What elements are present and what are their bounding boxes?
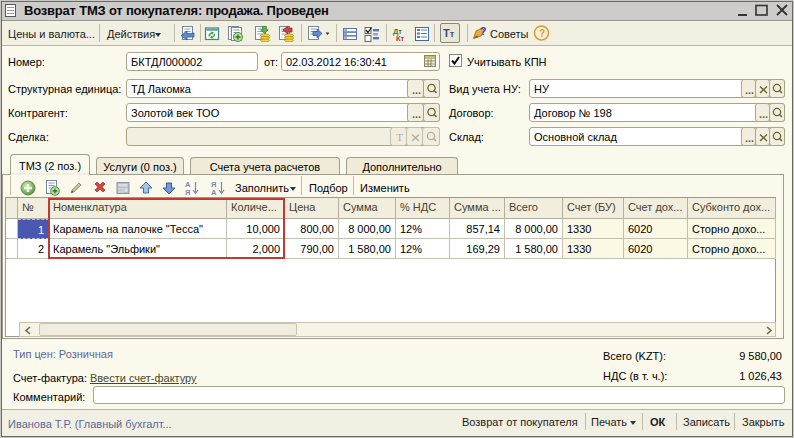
svg-text:А: А xyxy=(211,188,217,197)
svg-text:?: ? xyxy=(539,28,545,39)
svg-text:...: ... xyxy=(412,108,421,120)
svg-text:...: ... xyxy=(412,84,421,96)
svg-text:T: T xyxy=(396,131,403,143)
svg-text:...: ... xyxy=(759,108,768,120)
svg-text:...: ... xyxy=(745,84,754,96)
svg-text:Я: Я xyxy=(185,188,190,197)
svg-text:?: ? xyxy=(480,25,486,37)
svg-text:...: ... xyxy=(745,132,754,144)
svg-text:Кт: Кт xyxy=(396,34,405,42)
